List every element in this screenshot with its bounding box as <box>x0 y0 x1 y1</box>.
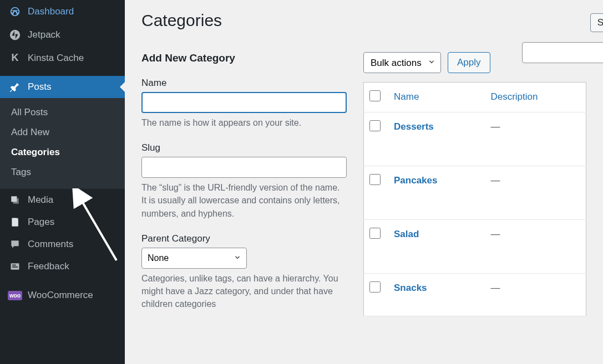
sidebar-item-label: Kinsta Cache <box>28 53 84 64</box>
sidebar-item-label: Media <box>28 194 53 206</box>
sidebar-subitem-categories[interactable]: Categories <box>0 142 125 162</box>
sidebar-submenu-posts: All Posts Add New Categories Tags <box>0 98 125 189</box>
category-link[interactable]: Desserts <box>394 121 434 132</box>
row-checkbox[interactable] <box>369 281 381 293</box>
screen-options-fragment[interactable]: S <box>590 13 603 32</box>
sidebar-item-comments[interactable]: Comments <box>0 233 125 255</box>
description-cell: — <box>490 283 500 293</box>
bulk-actions-select[interactable]: Bulk actions <box>363 52 441 73</box>
comment-icon <box>8 239 22 250</box>
select-all-checkbox[interactable] <box>369 90 381 101</box>
sidebar-item-feedback[interactable]: Feedback <box>0 255 125 278</box>
parent-help: Categories, unlike tags, can have a hier… <box>141 272 347 311</box>
slug-label: Slug <box>141 142 347 153</box>
media-icon <box>8 194 22 206</box>
sidebar-item-label: Jetpack <box>28 29 60 40</box>
sidebar-item-dashboard[interactable]: Dashboard <box>0 0 125 23</box>
categories-list-panel: Bulk actions Apply Name Description <box>363 52 586 316</box>
sidebar-item-kinsta[interactable]: K Kinsta Cache <box>0 47 125 69</box>
row-checkbox[interactable] <box>369 174 381 185</box>
name-input[interactable] <box>141 92 347 113</box>
admin-sidebar: Dashboard Jetpack K Kinsta Cache Posts A… <box>0 0 125 364</box>
description-cell: — <box>490 229 500 239</box>
pin-icon <box>8 81 22 93</box>
jetpack-icon <box>8 29 22 41</box>
categories-table: Name Description Desserts — Pancakes — <box>363 82 586 316</box>
svg-rect-4 <box>12 266 18 268</box>
sidebar-item-pages[interactable]: Pages <box>0 211 125 233</box>
sidebar-item-label: Posts <box>28 81 52 93</box>
sidebar-item-label: WooCommerce <box>28 290 93 301</box>
sidebar-item-jetpack[interactable]: Jetpack <box>0 23 125 47</box>
sidebar-item-label: Comments <box>28 239 73 250</box>
table-row: Salad — <box>364 220 586 274</box>
sidebar-item-label: Pages <box>28 217 54 228</box>
add-category-form: Add New Category Name The name is how it… <box>141 52 347 316</box>
feedback-icon <box>8 261 22 272</box>
pages-icon <box>8 217 22 228</box>
description-cell: — <box>490 175 500 186</box>
table-row: Desserts — <box>364 112 586 166</box>
sidebar-item-media[interactable]: Media <box>0 189 125 211</box>
sidebar-item-posts[interactable]: Posts <box>0 76 125 98</box>
category-link[interactable]: Salad <box>394 229 419 239</box>
woocommerce-icon: woo <box>8 291 22 300</box>
sidebar-item-label: Dashboard <box>28 6 74 17</box>
col-name[interactable]: Name <box>386 83 483 112</box>
sidebar-subitem-tags[interactable]: Tags <box>0 162 125 182</box>
sidebar-item-label: Feedback <box>28 261 69 272</box>
parent-select[interactable]: None <box>141 248 247 269</box>
gauge-icon <box>8 6 22 18</box>
apply-button[interactable]: Apply <box>448 52 490 73</box>
table-row: Pancakes — <box>364 166 586 220</box>
row-checkbox[interactable] <box>369 228 381 239</box>
slug-input[interactable] <box>141 157 347 178</box>
sidebar-item-woocommerce[interactable]: woo WooCommerce <box>0 284 125 306</box>
parent-label: Parent Category <box>141 233 347 244</box>
search-input[interactable] <box>522 42 603 63</box>
sidebar-subitem-add-new[interactable]: Add New <box>0 122 125 142</box>
svg-rect-3 <box>12 265 16 266</box>
slug-help: The “slug” is the URL-friendly version o… <box>141 181 347 220</box>
kinsta-icon: K <box>8 52 22 64</box>
content-area: S Categories Add New Category Name The n… <box>125 0 603 364</box>
description-cell: — <box>490 121 500 132</box>
name-help: The name is how it appears on your site. <box>141 116 347 129</box>
svg-rect-1 <box>12 218 18 227</box>
category-link[interactable]: Snacks <box>394 283 427 293</box>
form-heading: Add New Category <box>141 52 347 64</box>
svg-point-0 <box>10 30 20 40</box>
col-description[interactable]: Description <box>483 83 586 112</box>
page-title: Categories <box>141 11 586 30</box>
category-link[interactable]: Pancakes <box>394 175 437 186</box>
row-checkbox[interactable] <box>369 120 381 131</box>
table-row: Snacks — <box>364 274 586 316</box>
name-label: Name <box>141 78 347 89</box>
sidebar-subitem-all-posts[interactable]: All Posts <box>0 102 125 122</box>
